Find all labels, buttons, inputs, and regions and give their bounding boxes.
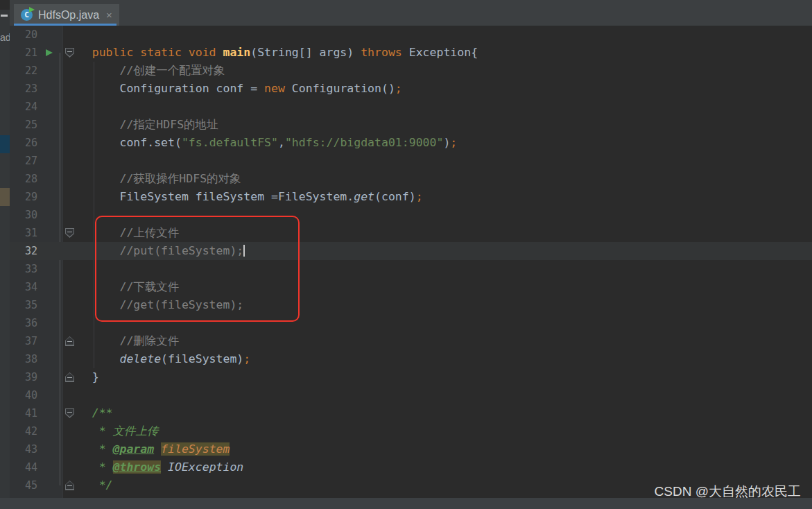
gutter-cell[interactable]: 23 — [10, 80, 62, 98]
code-line[interactable]: //获取操作HDFS的对象 — [62, 170, 241, 188]
code-line[interactable]: public static void main(String[] args) t… — [62, 44, 478, 62]
gutter-cell[interactable]: 34 — [10, 278, 62, 296]
editor-row[interactable]: 34 //下载文件 — [10, 278, 812, 296]
tab-close-icon[interactable]: × — [106, 9, 112, 21]
editor-row[interactable]: 40 — [10, 386, 812, 404]
editor-row[interactable]: 32 //put(fileSystem); — [10, 242, 812, 260]
fold-up-icon[interactable] — [65, 481, 74, 490]
code-editor[interactable]: 2021 public static void main(String[] ar… — [10, 26, 812, 498]
gutter-cell[interactable]: 41 — [10, 404, 62, 422]
code-line[interactable]: * 文件上传 — [62, 422, 159, 440]
code-line[interactable]: delete(fileSystem); — [62, 350, 250, 368]
code-line[interactable]: //put(fileSystem); — [62, 242, 245, 260]
code-line[interactable]: //get(fileSystem); — [62, 296, 243, 314]
editor-row[interactable]: 25 //指定HDFS的地址 — [10, 116, 812, 134]
editor-row[interactable]: 43 * @param fileSystem — [10, 440, 812, 458]
status-bar — [0, 498, 812, 509]
tree-selection-blue[interactable] — [0, 135, 10, 153]
gutter-cell[interactable]: 38 — [10, 350, 62, 368]
editor-row[interactable]: 42 * 文件上传 — [10, 422, 812, 440]
editor-row[interactable]: 31 //上传文件 — [10, 224, 812, 242]
editor-row[interactable]: 44 * @throws IOException — [10, 458, 812, 476]
fold-up-icon[interactable] — [65, 336, 74, 346]
editor-row[interactable]: 24 — [10, 98, 812, 116]
gutter-cell[interactable]: 44 — [10, 458, 62, 476]
panel-collapse-icon[interactable] — [1, 15, 8, 17]
editor-row[interactable]: 22 //创建一个配置对象 — [10, 62, 812, 80]
tree-selection-tan[interactable] — [0, 188, 10, 206]
gutter-cell[interactable]: 33 — [10, 260, 62, 278]
gutter-cell[interactable]: 24 — [10, 98, 62, 116]
code-line[interactable]: conf.set("fs.defaultFS","hdfs://bigdata0… — [62, 134, 457, 152]
line-number: 38 — [10, 350, 37, 368]
code-line[interactable] — [62, 314, 64, 332]
panel-corner — [0, 0, 10, 10]
fold-down-icon[interactable] — [65, 408, 74, 418]
code-line[interactable]: * @param fileSystem — [62, 440, 230, 458]
fold-down-icon[interactable] — [65, 48, 74, 58]
code-line[interactable] — [62, 206, 64, 224]
editor-row[interactable]: 26 conf.set("fs.defaultFS","hdfs://bigda… — [10, 134, 812, 152]
gutter-cell[interactable]: 42 — [10, 422, 62, 440]
tab-title: HdfsOp.java — [38, 9, 99, 21]
line-number: 36 — [10, 314, 37, 332]
gutter-cell[interactable]: 27 — [10, 152, 62, 170]
code-line[interactable]: //创建一个配置对象 — [62, 62, 225, 80]
code-line[interactable] — [62, 386, 64, 404]
editor-row[interactable]: 37 //删除文件 — [10, 332, 812, 350]
code-line[interactable]: //下载文件 — [62, 278, 179, 296]
code-line[interactable]: FileSystem fileSystem =FileSystem.get(co… — [62, 188, 423, 206]
gutter-cell[interactable]: 45 — [10, 476, 62, 494]
editor-row[interactable]: 27 — [10, 152, 812, 170]
line-number: 24 — [10, 98, 37, 116]
gutter-cell[interactable]: 32 — [10, 242, 62, 260]
editor-row[interactable]: 30 — [10, 206, 812, 224]
code-line[interactable]: Configuration conf = new Configuration()… — [62, 80, 402, 98]
gutter-cell[interactable]: 30 — [10, 206, 62, 224]
gutter-cell[interactable]: 29 — [10, 188, 62, 206]
gutter-cell[interactable]: 31 — [10, 224, 62, 242]
gutter-cell[interactable]: 21 — [10, 44, 62, 62]
gutter-cell[interactable]: 39 — [10, 368, 62, 386]
line-number: 23 — [10, 80, 37, 98]
editor-row[interactable]: 41 /** — [10, 404, 812, 422]
editor-row[interactable]: 33 — [10, 260, 812, 278]
code-line[interactable] — [62, 98, 64, 116]
gutter-cell[interactable]: 36 — [10, 314, 62, 332]
line-number: 43 — [10, 440, 37, 458]
gutter-cell[interactable]: 35 — [10, 296, 62, 314]
gutter-cell[interactable]: 22 — [10, 62, 62, 80]
code-line[interactable]: * @throws IOException — [62, 458, 243, 476]
gutter-cell[interactable]: 25 — [10, 116, 62, 134]
fold-down-icon[interactable] — [65, 228, 74, 238]
code-line[interactable]: //删除文件 — [62, 332, 179, 350]
gutter-cell[interactable]: 20 — [10, 26, 62, 44]
tab-hdfsop-java[interactable]: C HdfsOp.java × — [14, 4, 119, 26]
line-number: 29 — [10, 188, 37, 206]
code-line[interactable] — [62, 260, 64, 278]
editor-row[interactable]: 21 public static void main(String[] args… — [10, 44, 812, 62]
line-number: 26 — [10, 134, 37, 152]
line-number: 30 — [10, 206, 37, 224]
gutter-cell[interactable]: 28 — [10, 170, 62, 188]
gutter-cell[interactable]: 26 — [10, 134, 62, 152]
fold-up-icon[interactable] — [65, 372, 74, 382]
code-line[interactable]: //上传文件 — [62, 224, 179, 242]
editor-row[interactable]: 36 — [10, 314, 812, 332]
line-number: 32 — [10, 242, 37, 260]
run-button-icon[interactable] — [46, 49, 53, 56]
gutter-cell[interactable]: 40 — [10, 386, 62, 404]
code-line[interactable]: //指定HDFS的地址 — [62, 116, 218, 134]
editor-row[interactable]: 28 //获取操作HDFS的对象 — [10, 170, 812, 188]
editor-row[interactable]: 35 //get(fileSystem); — [10, 296, 812, 314]
editor-row[interactable]: 20 — [10, 26, 812, 44]
editor-row[interactable]: 23 Configuration conf = new Configuratio… — [10, 80, 812, 98]
editor-row[interactable]: 39 } — [10, 368, 812, 386]
code-line[interactable] — [62, 26, 64, 44]
editor-row[interactable]: 38 delete(fileSystem); — [10, 350, 812, 368]
line-number: 27 — [10, 152, 37, 170]
code-line[interactable] — [62, 152, 64, 170]
gutter-cell[interactable]: 43 — [10, 440, 62, 458]
editor-row[interactable]: 29 FileSystem fileSystem =FileSystem.get… — [10, 188, 812, 206]
gutter-cell[interactable]: 37 — [10, 332, 62, 350]
